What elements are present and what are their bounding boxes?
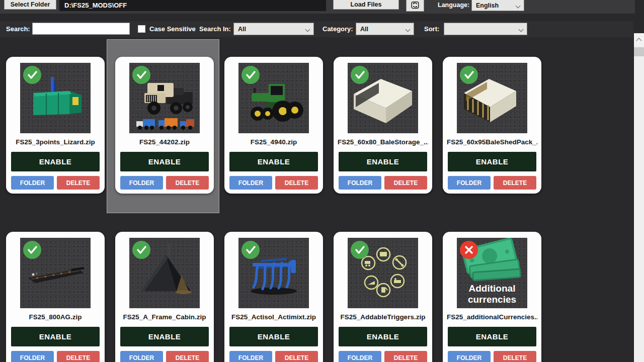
mod-card[interactable]: FS25_A_Frame_Cabin.zipENABLEFOLDERDELETE — [115, 232, 214, 362]
app-window: Select Folder Load Files Language: Engli… — [0, 0, 644, 362]
mod-filename: FS25_60x95BaleShedPack_... — [447, 138, 537, 148]
delete-button[interactable]: DELETE — [494, 351, 536, 362]
mod-filename: FS25_AddableTriggers.zip — [338, 313, 428, 323]
enable-button[interactable]: ENABLE — [11, 327, 100, 346]
delete-button[interactable]: DELETE — [275, 176, 318, 190]
delete-button[interactable]: DELETE — [275, 351, 318, 362]
enable-button[interactable]: ENABLE — [448, 152, 536, 171]
enable-button[interactable]: ENABLE — [120, 152, 209, 171]
folder-button[interactable]: FOLDER — [120, 351, 163, 362]
mod-filename: FS25_A_Frame_Cabin.zip — [119, 313, 210, 323]
enable-button[interactable]: ENABLE — [11, 152, 100, 171]
delete-button[interactable]: DELETE — [57, 351, 100, 362]
mod-filename: FS25_44202.zip — [119, 138, 210, 148]
status-enabled-icon — [242, 241, 260, 259]
delete-button[interactable]: DELETE — [494, 176, 536, 190]
scroll-up-button[interactable] — [634, 33, 644, 46]
status-enabled-icon — [23, 66, 41, 84]
delete-button[interactable]: DELETE — [166, 351, 209, 362]
mod-caption: Additional currencies — [457, 283, 527, 305]
status-disabled-icon — [460, 241, 478, 259]
mod-filename: FS25_additionalCurrencies... — [447, 313, 537, 323]
mod-card[interactable]: Additional currenciesFS25_additionalCurr… — [443, 232, 541, 362]
status-enabled-icon — [132, 241, 150, 259]
status-enabled-icon — [23, 241, 41, 259]
enable-button[interactable]: ENABLE — [448, 327, 536, 346]
mod-filename: FS25_4940.zip — [228, 138, 319, 148]
status-enabled-icon — [132, 66, 150, 84]
scrollbar-thumb[interactable] — [634, 47, 644, 56]
status-enabled-icon — [351, 241, 369, 259]
folder-button[interactable]: FOLDER — [11, 351, 54, 362]
folder-button[interactable]: FOLDER — [120, 176, 163, 190]
status-enabled-icon — [242, 66, 260, 84]
mod-filename: FS25_Actisol_Actimixt.zip — [228, 313, 319, 323]
vertical-scrollbar[interactable] — [633, 33, 644, 362]
mod-card[interactable]: FS25_Actisol_Actimixt.zipENABLEFOLDERDEL… — [224, 232, 323, 362]
mod-filename: FS25_3points_Lizard.zip — [10, 138, 101, 148]
mod-card[interactable]: FS25_AddableTriggers.zipENABLEFOLDERDELE… — [334, 232, 432, 362]
status-enabled-icon — [351, 66, 369, 84]
folder-button[interactable]: FOLDER — [11, 176, 54, 190]
delete-button[interactable]: DELETE — [384, 351, 427, 362]
folder-button[interactable]: FOLDER — [339, 351, 381, 362]
folder-button[interactable]: FOLDER — [229, 351, 272, 362]
mod-card[interactable]: FS25_800AG.zipENABLEFOLDERDELETE — [6, 232, 105, 362]
folder-button[interactable]: FOLDER — [229, 176, 272, 190]
folder-button[interactable]: FOLDER — [448, 176, 491, 190]
delete-button[interactable]: DELETE — [166, 176, 209, 190]
enable-button[interactable]: ENABLE — [229, 327, 318, 346]
mod-card[interactable]: FS25_3points_Lizard.zipENABLEFOLDERDELET… — [6, 57, 105, 194]
enable-button[interactable]: ENABLE — [339, 152, 427, 171]
enable-button[interactable]: ENABLE — [229, 152, 318, 171]
chevron-up-icon — [636, 38, 641, 43]
mod-card[interactable]: FS25_4940.zipENABLEFOLDERDELETE — [224, 57, 323, 194]
enable-button[interactable]: ENABLE — [339, 327, 427, 346]
folder-button[interactable]: FOLDER — [339, 176, 381, 190]
mod-filename: FS25_800AG.zip — [10, 313, 101, 323]
mod-card[interactable]: FS25_44202.zipENABLEFOLDERDELETE — [115, 57, 214, 194]
enable-button[interactable]: ENABLE — [120, 327, 209, 346]
mod-card[interactable]: FS25_60x95BaleShedPack_...ENABLEFOLDERDE… — [443, 57, 541, 194]
mod-grid: FS25_3points_Lizard.zipENABLEFOLDERDELET… — [0, 0, 633, 362]
folder-button[interactable]: FOLDER — [448, 351, 491, 362]
delete-button[interactable]: DELETE — [57, 176, 100, 190]
mod-card[interactable]: FS25_60x80_BaleStorage_...ENABLEFOLDERDE… — [334, 57, 432, 194]
delete-button[interactable]: DELETE — [384, 176, 427, 190]
mod-filename: FS25_60x80_BaleStorage_... — [338, 138, 428, 148]
status-enabled-icon — [460, 66, 478, 84]
